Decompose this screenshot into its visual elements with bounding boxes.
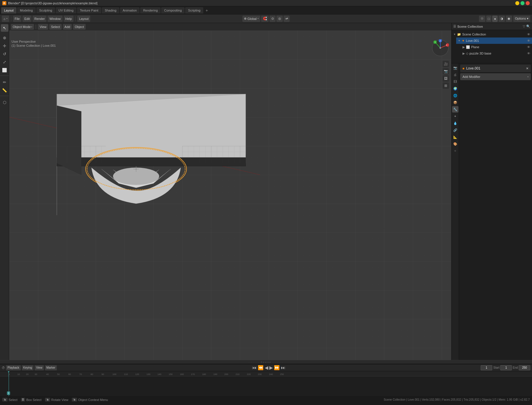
add-workspace-tab[interactable]: + — [204, 7, 210, 13]
marker-menu[interactable]: Marker — [45, 365, 57, 370]
tool-select[interactable]: ↖ — [1, 24, 8, 32]
prop-shader[interactable]: ✧ — [452, 148, 458, 154]
overlay-btn[interactable]: ☉ — [479, 16, 485, 22]
mirror-btn[interactable]: ⇌ — [284, 16, 290, 22]
prop-data[interactable]: 📐 — [452, 134, 458, 140]
render-menu[interactable]: Render — [33, 16, 46, 22]
jump-start-btn[interactable]: ⏮ — [252, 365, 257, 370]
prop-constraints[interactable]: 🔗 — [452, 127, 458, 133]
start-frame-input[interactable] — [500, 365, 512, 370]
prop-output[interactable]: 🖨 — [452, 72, 458, 78]
edit-menu[interactable]: Edit — [22, 16, 31, 22]
prev-frame-btn[interactable]: ⏪ — [258, 365, 264, 370]
render-preview-btn[interactable]: 🖼 — [443, 75, 449, 82]
navigation-gizmo[interactable]: X Y Z — [432, 39, 449, 57]
viewport-shading-rendered[interactable]: ◉ — [506, 16, 512, 22]
proportional-edit-btn[interactable]: ⊙ — [270, 16, 276, 22]
tab-layout[interactable]: Layout — [1, 7, 16, 14]
tool-annotate[interactable]: ✏ — [1, 78, 8, 86]
tab-modeling[interactable]: Modeling — [17, 7, 36, 14]
tab-compositing[interactable]: Compositing — [161, 7, 185, 14]
tab-rendering[interactable]: Rendering — [140, 7, 161, 14]
tool-add-cube[interactable]: ⬡ — [1, 99, 8, 106]
collection-visibility[interactable]: 👁 — [527, 33, 530, 36]
tool-scale[interactable]: ⤢ — [1, 58, 8, 66]
viewport-shading-material[interactable]: ◑ — [499, 16, 505, 22]
prop-world[interactable]: 🌐 — [452, 92, 458, 99]
xray-btn[interactable]: □ — [486, 16, 492, 22]
tool-transform[interactable]: ⬜ — [1, 66, 8, 74]
outliner-icon: ☰ — [453, 25, 456, 28]
prop-object[interactable]: 📦 — [452, 99, 458, 106]
object-menu-button[interactable]: Object — [73, 24, 86, 30]
tab-texture-paint[interactable]: Texture Paint — [77, 7, 101, 14]
select-menu-button[interactable]: Select — [49, 24, 62, 30]
prop-material[interactable]: 🎨 — [452, 141, 458, 147]
prop-physics[interactable]: 💧 — [452, 120, 458, 126]
help-menu[interactable]: Help — [64, 16, 74, 22]
maximize-button[interactable] — [520, 1, 525, 5]
prop-scene[interactable]: 🌍 — [452, 85, 458, 92]
prop-view-layer[interactable]: 🎞 — [452, 78, 458, 85]
snap-btn[interactable]: 🧲 — [261, 16, 269, 22]
svg-text:240: 240 — [269, 373, 273, 376]
jump-end-btn[interactable]: ⏭ — [281, 365, 285, 370]
window-menu[interactable]: Window — [48, 16, 62, 22]
puzzle-visibility[interactable]: 👁 — [527, 52, 530, 55]
grid-btn[interactable]: ⊞ — [443, 82, 449, 89]
next-frame-btn[interactable]: ⏩ — [274, 365, 280, 370]
play-btn[interactable]: ▶ — [269, 365, 273, 370]
camera-perspective-btn[interactable]: 🎥 — [443, 61, 449, 67]
transform-pivot-btn[interactable]: ◎ — [277, 16, 283, 22]
window-controls[interactable] — [515, 1, 530, 5]
outliner-header: ☰ Scene Collection ▽ 🔍 — [452, 23, 532, 30]
keying-menu[interactable]: Keying — [22, 365, 34, 370]
current-frame-input[interactable] — [481, 365, 492, 370]
timeline-track[interactable]: 1 — [0, 376, 532, 396]
minimize-button[interactable] — [515, 1, 519, 5]
3d-scene[interactable]: User Perspective (1) Scene Collection | … — [9, 31, 451, 360]
tool-cursor[interactable]: ⊕ — [1, 34, 8, 42]
play-reverse-btn[interactable]: ◀ — [265, 365, 268, 370]
tab-animation[interactable]: Animation — [120, 7, 140, 14]
resize-bar[interactable]: · · · · · Resize · · · · · — [0, 360, 532, 364]
playback-menu[interactable]: Playback — [6, 365, 21, 370]
add-modifier-button[interactable]: Add Modifier ▾ — [460, 73, 531, 80]
svg-text:50: 50 — [57, 373, 60, 376]
tab-sculpting[interactable]: Sculpting — [36, 7, 55, 14]
object-mode-button[interactable]: Object Mode ▾ — [11, 24, 34, 30]
view-menu[interactable]: View — [35, 365, 44, 370]
tool-rotate[interactable]: ↺ — [1, 50, 8, 58]
file-menu[interactable]: File — [13, 16, 22, 22]
options-btn[interactable]: Options ▾ — [513, 16, 530, 22]
perspective-label: User Perspective — [12, 40, 56, 43]
outliner-item-plane[interactable]: ▶ ⬜ Plane 👁 — [461, 44, 532, 50]
view-menu-button[interactable]: View — [38, 24, 48, 30]
outliner-search-icon[interactable]: 🔍 — [526, 25, 530, 28]
end-frame-input[interactable] — [519, 365, 530, 370]
outliner-filter-icon[interactable]: ▽ — [523, 25, 525, 28]
tool-move[interactable]: ✛ — [1, 42, 8, 50]
prop-particles[interactable]: ✦ — [452, 113, 458, 119]
layout-label[interactable]: Layout — [77, 16, 90, 22]
outliner-item-puzzle-base[interactable]: ▶ ◇ puzzle 3D base 👁 — [461, 50, 532, 57]
add-menu-button[interactable]: Add — [63, 24, 72, 30]
outliner-scene-collection[interactable]: ▼ 📁 Scene Collection 👁 — [452, 31, 532, 38]
tab-shading[interactable]: Shading — [102, 7, 119, 14]
tool-measure[interactable]: 📏 — [1, 87, 8, 94]
prop-modifiers[interactable]: 🔧 — [452, 106, 458, 112]
tab-scripting[interactable]: Scripting — [185, 7, 203, 14]
editor-type-menu[interactable]: ⌂ ▾ — [2, 16, 9, 22]
tab-uv-editing[interactable]: UV Editing — [56, 7, 76, 14]
toolbar-sep-1 — [11, 16, 11, 21]
plane-visibility[interactable]: 👁 — [527, 45, 530, 49]
viewport-3d[interactable]: Object Mode ▾ View Select Add Object — [9, 23, 451, 360]
prop-render[interactable]: 📷 — [452, 65, 458, 71]
love-visibility[interactable]: 👁 — [527, 39, 530, 42]
outliner-item-love001[interactable]: ▼ ▼ Love.001 👁 — [456, 38, 532, 44]
close-button[interactable] — [526, 1, 530, 5]
timeline-content[interactable]: 1 10 20 30 40 50 60 70 80 90 100 110 120… — [0, 371, 532, 396]
global-transform-btn[interactable]: ⊕ Global ▾ — [242, 16, 260, 22]
camera-view-btn[interactable]: 📷 — [443, 68, 449, 74]
viewport-shading-solid[interactable]: ● — [492, 16, 498, 22]
